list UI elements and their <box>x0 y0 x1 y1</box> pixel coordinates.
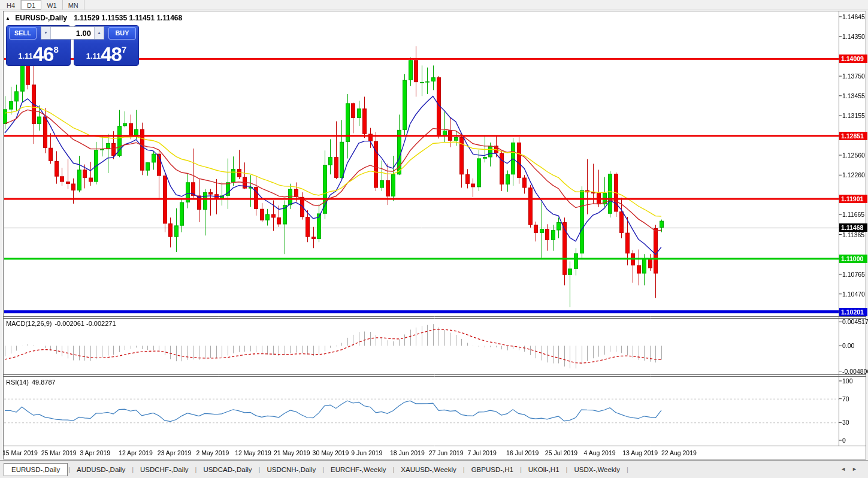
tab-ukoil-h1[interactable]: UKOil-,H1 <box>522 464 565 476</box>
volume-increase-icon[interactable]: ▲ <box>94 27 104 39</box>
support-badge-green: 1.11000 <box>839 255 867 263</box>
rsi-name: RSI(14) <box>6 379 29 386</box>
one-click-trade-panel: SELL 1.11468 BUY 1.11487 ▼ ▲ <box>6 25 139 66</box>
macd-indicator-label: MACD(12,26,9)-0.002061 -0.002271 <box>6 320 116 327</box>
date-axis-label: 2 May 2019 <box>196 449 229 456</box>
macd-name: MACD(12,26,9) <box>6 320 52 327</box>
volume-stepper: ▼ ▲ <box>41 26 104 40</box>
tabs-scroll-right-icon[interactable]: ► <box>852 466 863 472</box>
support-badge-blue: 1.10201 <box>839 308 867 316</box>
date-axis-label: 16 Jul 2019 <box>506 449 539 456</box>
macd-values: -0.002061 -0.002271 <box>55 320 116 327</box>
date-axis-label: 25 Mar 2019 <box>41 449 77 456</box>
tab-separator: | <box>626 466 629 473</box>
date-axis-label: 4 Aug 2019 <box>584 449 616 456</box>
date-axis-label: 27 Jun 2019 <box>429 449 464 456</box>
date-axis-label: 9 Jun 2019 <box>351 449 382 456</box>
tab-eurusd-daily[interactable]: EURUSD-,Daily <box>4 463 68 476</box>
date-axis-label: 30 May 2019 <box>313 449 349 456</box>
price-tick-label: 1.11665 <box>842 210 868 219</box>
resistance-badge-3: 1.11901 <box>839 195 867 203</box>
price-tick-label: 1.10470 <box>842 290 868 298</box>
tab-xauusd-weekly[interactable]: XAUUSD-,Weekly <box>395 464 462 476</box>
tab-usdx-weekly[interactable]: USDX-,Weekly <box>568 464 625 476</box>
price-tick-label: 1.13750 <box>842 72 868 80</box>
sell-price-big: 46 <box>33 45 54 63</box>
current-price-badge: 1.11468 <box>839 223 867 232</box>
rsi-tick-label: 70 <box>842 395 868 403</box>
buy-price-prefix: 1.11 <box>86 52 101 60</box>
buy-price-pip: 7 <box>122 44 126 55</box>
macd-tick-label: 0.004517 <box>842 317 868 326</box>
buy-price-big: 48 <box>101 45 122 63</box>
date-axis-label: 12 Apr 2019 <box>119 449 153 456</box>
price-tick-label: 1.14350 <box>842 32 868 41</box>
price-tick-label: 1.10765 <box>842 270 868 279</box>
date-axis-label: 23 Apr 2019 <box>158 449 192 456</box>
price-tick-label: 1.13455 <box>842 92 868 100</box>
chart-canvas[interactable] <box>0 0 868 478</box>
tab-usdcnh-daily[interactable]: USDCNH-,Daily <box>261 464 322 476</box>
resistance-badge-1: 1.14009 <box>839 55 867 63</box>
date-axis-label: 25 Jul 2019 <box>545 449 577 456</box>
macd-tick-label: 0.00 <box>842 341 868 350</box>
price-tick-label: 1.12260 <box>842 171 868 179</box>
buy-button[interactable]: BUY <box>108 27 136 40</box>
volume-input[interactable] <box>51 27 94 39</box>
price-tick-label: 1.14645 <box>842 13 868 21</box>
date-axis-label: 18 Jun 2019 <box>390 449 425 456</box>
tabs-scroll-left-icon[interactable]: ◄ <box>840 466 852 472</box>
rsi-indicator-label: RSI(14)49.8787 <box>6 379 56 386</box>
rsi-tick-label: 30 <box>842 418 868 426</box>
chart-ohlc-values: 1.11529 1.11535 1.11451 1.11468 <box>74 14 182 22</box>
price-tick-label: 1.13155 <box>842 111 868 120</box>
rsi-value: 49.8787 <box>32 379 56 386</box>
price-tick-label: 1.12560 <box>842 151 868 159</box>
rsi-tick-label: 100 <box>842 377 868 385</box>
date-axis-label: 13 Aug 2019 <box>622 449 658 456</box>
sell-price-pip: 8 <box>53 44 58 55</box>
tab-usdcad-daily[interactable]: USDCAD-,Daily <box>197 464 258 476</box>
date-axis-label: 7 Jul 2019 <box>467 449 496 456</box>
tab-audusd-daily[interactable]: AUDUSD-,Daily <box>71 464 131 476</box>
date-axis-label: 12 May 2019 <box>235 449 271 456</box>
chart-symbol-label: EURUSD-,Daily <box>15 14 67 22</box>
tab-usdchf-daily[interactable]: USDCHF-,Daily <box>134 464 195 476</box>
rsi-tick-label: 0 <box>842 436 868 444</box>
date-axis-label: 22 Aug 2019 <box>661 449 697 456</box>
resistance-badge-2: 1.12851 <box>839 132 867 140</box>
sell-price-prefix: 1.11 <box>18 52 33 60</box>
volume-decrease-icon[interactable]: ▼ <box>41 27 51 39</box>
macd-tick-label: -0.004806 <box>842 367 868 376</box>
sell-price: 1.11468 <box>7 44 70 63</box>
tab-gbpusd-h1[interactable]: GBPUSD-,H1 <box>465 464 519 476</box>
date-axis-label: 3 Apr 2019 <box>80 449 110 456</box>
collapse-panel-icon[interactable]: ▲ <box>5 16 10 21</box>
symbol-tabbar: EURUSD-,Daily | AUDUSD-,Daily | USDCHF-,… <box>0 460 868 478</box>
date-axis-label: 15 Mar 2019 <box>2 449 38 456</box>
buy-price: 1.11487 <box>74 44 138 63</box>
tab-eurchf-weekly[interactable]: EURCHF-,Weekly <box>325 464 392 476</box>
chart-title: ▲ EURUSD-,Daily 1.11529 1.11535 1.11451 … <box>5 14 182 22</box>
date-axis-label: 21 May 2019 <box>274 449 310 456</box>
sell-button[interactable]: SELL <box>9 27 37 40</box>
